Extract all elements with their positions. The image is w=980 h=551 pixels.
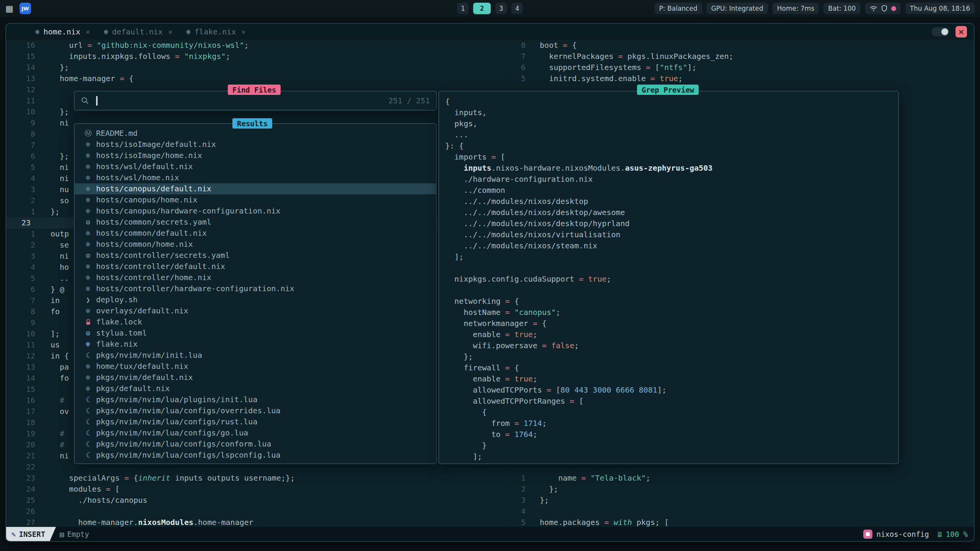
lua-file-icon: ☾ xyxy=(82,394,94,405)
result-item[interactable]: ❄home/tux/default.nix xyxy=(75,361,436,372)
line-number: 1 xyxy=(6,206,41,217)
result-item[interactable]: ☾pkgs/nvim/nvim/lua/configs/lspconfig.lu… xyxy=(75,450,436,461)
tab-close-icon[interactable]: × xyxy=(241,28,245,36)
result-item[interactable]: ☾pkgs/nvim/nvim/lua/configs/conform.lua xyxy=(75,439,436,450)
preview-line: pkgs, xyxy=(439,118,898,129)
result-item[interactable]: ❄hosts/common/home.nix xyxy=(75,239,436,250)
nix-file-icon: ❄ xyxy=(82,150,94,161)
result-path: pkgs/nvim/nvim/lua/configs/lspconfig.lua xyxy=(96,450,281,461)
result-item[interactable]: ⚙hosts/controller/secrets.yaml xyxy=(75,250,436,261)
result-item[interactable]: ❄hosts/canopus/hardware-configuration.ni… xyxy=(75,205,436,217)
result-path: pkgs/nvim/nvim/lua/configs/conform.lua xyxy=(96,439,271,450)
result-item[interactable]: ❄hosts/isoImage/home.nix xyxy=(75,150,436,161)
result-item[interactable]: ❄hosts/isoImage/default.nix xyxy=(75,139,436,150)
result-item[interactable]: ☾pkgs/nvim/nvim/lua/plugins/init.lua xyxy=(75,394,436,405)
buffer-name: ▤ Empty xyxy=(60,530,89,538)
result-item[interactable]: ❄overlays/default.nix xyxy=(75,305,436,316)
tab-flake.nix[interactable]: ❄flake.nix× xyxy=(180,24,253,40)
preview-line: hostName = "canopus"; xyxy=(439,307,898,318)
result-path: hosts/canopus/hardware-configuration.nix xyxy=(96,205,281,217)
preview-line: allowedTCPPortRanges = [ xyxy=(439,396,898,407)
result-item[interactable]: ❄pkgs/default.nix xyxy=(75,383,436,394)
tab-default.nix[interactable]: ❄default.nix× xyxy=(97,24,179,40)
result-path: overlays/default.nix xyxy=(96,305,188,316)
result-item[interactable]: flake.lock xyxy=(75,316,436,328)
results-list[interactable]: ⓂREADME.md❄hosts/isoImage/default.nix❄ho… xyxy=(74,123,437,464)
code-line: 16 url = "github:nix-community/nixos-wsl… xyxy=(6,40,506,51)
line-number: 9 xyxy=(6,317,41,328)
result-path: pkgs/nvim/nvim/lua/configs/rust.lua xyxy=(96,416,257,427)
result-item[interactable]: ❄pkgs/nvim/default.nix xyxy=(75,372,436,383)
nix-file-icon: ❄ xyxy=(82,228,94,239)
result-item[interactable]: ⚙hosts/common/secrets.yaml xyxy=(75,217,436,228)
clock[interactable]: Thu Aug 08, 18:16 xyxy=(905,3,975,14)
line-number: 1 xyxy=(6,228,41,240)
result-item[interactable]: ⓂREADME.md xyxy=(75,128,436,139)
result-path: pkgs/nvim/nvim/lua/configs/go.lua xyxy=(96,427,248,439)
line-number: 23 xyxy=(6,473,41,484)
line-number: 15 xyxy=(6,384,41,395)
preview-line: ]; xyxy=(439,451,898,462)
status-module-3: Bat: 100 xyxy=(823,3,860,14)
code-line: 6 supportedFilesystems = ["ntfs"]; xyxy=(507,62,974,73)
result-item[interactable]: ❄hosts/controller/home.nix xyxy=(75,272,436,283)
editor-window: ❄home.nix×❄default.nix×❄flake.nix× × 16 … xyxy=(5,23,975,542)
nix-file-icon: ❄ xyxy=(82,372,94,383)
preview-line: from = 1714; xyxy=(439,418,898,429)
result-path: pkgs/nvim/nvim/init.lua xyxy=(96,350,202,361)
tab-label: home.nix xyxy=(43,27,80,36)
result-item[interactable]: ❄hosts/common/default.nix xyxy=(75,228,436,239)
preview-line: ../../modules/nixos/virtualisation xyxy=(439,229,898,240)
line-number: 4 xyxy=(507,506,530,517)
tab-home.nix[interactable]: ❄home.nix× xyxy=(28,24,97,40)
line-number: 12 xyxy=(6,84,41,95)
line-number: 20 xyxy=(6,439,41,450)
workspace-button-1[interactable]: 1 xyxy=(457,3,469,14)
logo-badge[interactable]: JW xyxy=(20,3,31,14)
code-line: 23 specialArgs = {inherit inputs outputs… xyxy=(6,473,506,484)
app-launcher-icon[interactable]: ▦ xyxy=(5,4,13,13)
workspace-button-3[interactable]: 3 xyxy=(495,3,507,14)
window-close-button[interactable]: × xyxy=(956,26,967,37)
nix-file-icon: ❄ xyxy=(82,205,94,217)
result-item[interactable]: ❄hosts/wsl/default.nix xyxy=(75,161,436,172)
line-number: 5 xyxy=(507,73,530,84)
result-item[interactable]: ☾pkgs/nvim/nvim/init.lua xyxy=(75,350,436,361)
lua-file-icon: ☾ xyxy=(82,427,94,439)
nix-file-icon: ❄ xyxy=(104,28,108,36)
preview-line: ... xyxy=(439,129,898,140)
line-number: 16 xyxy=(6,40,41,51)
result-item[interactable]: ❄hosts/wsl/home.nix xyxy=(75,172,436,183)
yaml-file-icon: ⚙ xyxy=(82,250,94,261)
record-icon xyxy=(891,6,896,11)
result-path: hosts/controller/default.nix xyxy=(96,261,225,272)
result-path: hosts/canopus/home.nix xyxy=(96,194,198,205)
preview-line: inputs, xyxy=(439,107,898,118)
workspace-button-4[interactable]: 4 xyxy=(511,3,523,14)
window-toggle-switch[interactable] xyxy=(932,27,949,36)
result-item[interactable]: ☾pkgs/nvim/nvim/lua/configs/go.lua xyxy=(75,427,436,439)
wifi-icon xyxy=(870,5,877,11)
result-item[interactable]: ☾pkgs/nvim/nvim/lua/configs/rust.lua xyxy=(75,416,436,427)
nix-file-icon: ❄ xyxy=(82,161,94,172)
line-number: 5 xyxy=(6,162,41,173)
tab-close-icon[interactable]: × xyxy=(86,28,90,36)
result-item[interactable]: ❄hosts/canopus/home.nix xyxy=(75,194,436,205)
tray-icons[interactable] xyxy=(865,3,901,14)
preview-line: }; xyxy=(439,351,898,362)
workspace-button-2[interactable]: 2 xyxy=(473,3,491,14)
lua-file-icon: ☾ xyxy=(82,439,94,450)
result-item[interactable]: ☾pkgs/nvim/nvim/lua/configs/overrides.lu… xyxy=(75,405,436,416)
nix-file-icon: ❄ xyxy=(82,305,94,316)
result-item[interactable]: ❯deploy.sh xyxy=(75,294,436,305)
search-icon xyxy=(81,96,89,105)
result-item[interactable]: ❄flake.nix xyxy=(75,339,436,350)
tab-close-icon[interactable]: × xyxy=(168,28,172,36)
preview-line: ../common xyxy=(439,185,898,196)
preview-line: to = 1764; xyxy=(439,429,898,440)
result-item[interactable]: ❄hosts/controller/default.nix xyxy=(75,261,436,272)
status-module-1: GPU: Integrated xyxy=(707,3,768,14)
result-item[interactable]: ❄hosts/canopus/default.nix xyxy=(75,183,436,194)
result-item[interactable]: ⚙stylua.toml xyxy=(75,328,436,339)
result-item[interactable]: ❄hosts/controller/hardware-configuration… xyxy=(75,283,436,294)
